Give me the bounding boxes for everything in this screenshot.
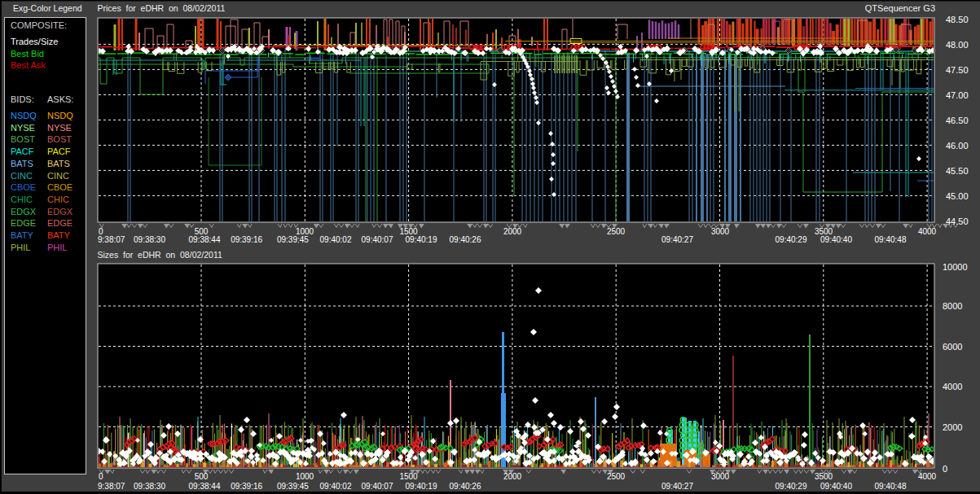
svg-text:2500: 2500: [607, 472, 626, 481]
svg-text:COMPOSITE:: COMPOSITE:: [11, 20, 67, 30]
svg-text:46.50: 46.50: [946, 116, 969, 125]
svg-text:500: 500: [195, 227, 209, 236]
svg-text:47.50: 47.50: [946, 65, 969, 75]
svg-text:Exg-Color Legend: Exg-Color Legend: [13, 3, 82, 13]
svg-text:09:39:16: 09:39:16: [231, 482, 262, 491]
svg-text:3000: 3000: [711, 227, 730, 236]
svg-text:10000: 10000: [943, 262, 968, 272]
svg-text:Best Ask: Best Ask: [11, 60, 46, 70]
svg-text:45.50: 45.50: [946, 166, 969, 176]
svg-text:1500: 1500: [399, 227, 418, 236]
svg-text:0: 0: [99, 227, 103, 236]
svg-text:09:40:19: 09:40:19: [406, 482, 437, 491]
svg-text:BATS: BATS: [11, 159, 33, 168]
svg-text:NYSE: NYSE: [11, 123, 35, 133]
svg-text:4000: 4000: [918, 227, 937, 236]
svg-text:PACF: PACF: [47, 146, 71, 156]
svg-text:500: 500: [195, 472, 209, 481]
svg-text:1000: 1000: [296, 472, 314, 481]
svg-text:09:40:29: 09:40:29: [776, 235, 807, 244]
svg-text:NSDQ: NSDQ: [47, 111, 73, 120]
svg-text:09:38:30: 09:38:30: [134, 235, 165, 244]
svg-text:09:38:44: 09:38:44: [189, 235, 221, 244]
svg-text:4000: 4000: [943, 382, 962, 391]
svg-text:Prices for eDHR on 08/02/2: Prices for eDHR on 08/02/2011: [98, 3, 226, 13]
svg-text:NYSE: NYSE: [47, 123, 72, 133]
svg-text:BATY: BATY: [47, 230, 71, 240]
svg-text:09:39:16: 09:39:16: [231, 235, 262, 244]
svg-text:CHIC: CHIC: [11, 195, 33, 204]
svg-text:CINC: CINC: [11, 171, 33, 181]
svg-text:CHIC: CHIC: [47, 195, 69, 204]
svg-text:48.00: 48.00: [946, 40, 969, 50]
svg-text:EDGX: EDGX: [11, 207, 37, 216]
svg-text:2000: 2000: [943, 422, 962, 432]
svg-text:BOST: BOST: [47, 134, 72, 144]
svg-text:EDGX: EDGX: [47, 207, 73, 216]
svg-text:09:39:45: 09:39:45: [277, 235, 309, 244]
svg-text:0: 0: [99, 472, 103, 481]
svg-text:PHIL: PHIL: [47, 243, 67, 252]
svg-text:09:40:27: 09:40:27: [661, 235, 693, 244]
svg-text:Best Bid: Best Bid: [11, 49, 44, 59]
svg-text:Trades/Size: Trades/Size: [11, 37, 58, 46]
svg-text:9:38:07: 9:38:07: [98, 235, 125, 244]
svg-text:1000: 1000: [296, 227, 314, 236]
svg-text:CBOE: CBOE: [47, 182, 73, 192]
svg-text:44.50: 44.50: [946, 216, 969, 226]
svg-text:09:40:48: 09:40:48: [875, 235, 907, 244]
svg-text:3000: 3000: [711, 472, 730, 481]
svg-text:2500: 2500: [607, 227, 626, 236]
svg-text:BATS: BATS: [47, 159, 70, 168]
svg-text:09:40:27: 09:40:27: [661, 482, 693, 491]
svg-text:09:40:26: 09:40:26: [450, 235, 481, 244]
svg-text:09:40:26: 09:40:26: [450, 482, 481, 491]
svg-text:09:38:30: 09:38:30: [134, 482, 165, 491]
svg-text:PHIL: PHIL: [11, 243, 30, 252]
svg-text:09:40:48: 09:40:48: [875, 482, 907, 491]
svg-text:09:40:02: 09:40:02: [320, 235, 352, 244]
svg-text:0: 0: [943, 464, 947, 474]
svg-text:47.00: 47.00: [946, 90, 969, 100]
svg-text:2000: 2000: [503, 472, 522, 481]
svg-text:48.50: 48.50: [946, 15, 969, 24]
svg-text:8000: 8000: [943, 301, 962, 311]
svg-text:9:38:07: 9:38:07: [98, 482, 125, 491]
svg-text:BIDS:: BIDS:: [11, 94, 34, 104]
svg-text:BOST: BOST: [11, 134, 35, 144]
svg-text:09:39:45: 09:39:45: [277, 482, 309, 491]
svg-text:45.00: 45.00: [946, 191, 969, 201]
svg-text:4000: 4000: [918, 472, 937, 481]
svg-text:09:38:44: 09:38:44: [189, 482, 221, 491]
svg-text:09:40:02: 09:40:02: [320, 482, 352, 491]
svg-text:46.00: 46.00: [946, 141, 969, 151]
svg-text:09:40:40: 09:40:40: [820, 482, 852, 491]
svg-text:09:40:29: 09:40:29: [776, 482, 807, 491]
svg-text:PACF: PACF: [11, 146, 34, 156]
svg-text:2000: 2000: [503, 227, 522, 236]
svg-text:6000: 6000: [943, 342, 962, 352]
svg-text:EDGE: EDGE: [11, 218, 36, 228]
svg-text:EDGE: EDGE: [47, 218, 73, 228]
svg-text:09:40:40: 09:40:40: [820, 235, 852, 244]
svg-text:09:40:07: 09:40:07: [362, 482, 393, 491]
svg-text:Sizes for eDHR on 08/02/20: Sizes for eDHR on 08/02/2011: [98, 250, 222, 260]
svg-text:CBOE: CBOE: [11, 182, 36, 192]
svg-text:ASKS:: ASKS:: [47, 94, 73, 104]
svg-text:1500: 1500: [399, 472, 418, 481]
svg-text:09:40:07: 09:40:07: [362, 235, 393, 244]
svg-text:CINC: CINC: [47, 171, 69, 181]
svg-text:3500: 3500: [815, 227, 833, 236]
svg-text:QTSequencer G3: QTSequencer G3: [865, 3, 935, 13]
svg-text:NSDQ: NSDQ: [11, 111, 37, 120]
svg-text:BATY: BATY: [11, 230, 34, 240]
svg-text:09:40:19: 09:40:19: [406, 235, 437, 244]
svg-text:3500: 3500: [815, 472, 833, 481]
